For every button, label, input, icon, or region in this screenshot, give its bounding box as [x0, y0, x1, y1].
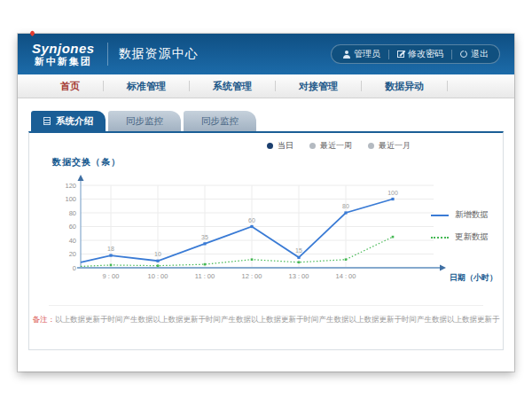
- svg-text:35: 35: [201, 234, 208, 240]
- toolbar-separator: [451, 50, 452, 59]
- nav-item-interface-mgmt[interactable]: 对接管理: [276, 81, 362, 91]
- legend-label: 新增数据: [455, 209, 489, 221]
- y-axis-title: 数据交换（条）: [52, 156, 121, 168]
- note-prefix: 备注：: [33, 315, 56, 324]
- svg-text:10: 10: [154, 251, 161, 257]
- note-divider: [49, 305, 483, 306]
- tab-label: 同步监控: [201, 115, 239, 128]
- radio-last-week[interactable]: 最近一周: [309, 140, 352, 152]
- svg-text:80: 80: [69, 209, 76, 217]
- svg-text:12 : 00: 12 : 00: [242, 272, 262, 280]
- svg-text:15: 15: [295, 247, 302, 254]
- app-title: 数据资源中心: [119, 46, 199, 62]
- svg-text:9 : 00: 9 : 00: [103, 272, 120, 280]
- svg-text:日期（小时）: 日期（小时）: [450, 273, 497, 282]
- svg-text:13 : 00: 13 : 00: [289, 272, 309, 280]
- radio-label: 最近一月: [379, 140, 411, 152]
- radio-dot-icon: [267, 143, 273, 149]
- tab-label: 系统介绍: [56, 115, 93, 128]
- svg-text:20: 20: [69, 250, 76, 258]
- legend-item-new-data[interactable]: 新增数据: [431, 209, 489, 221]
- logout-label: 退出: [471, 48, 489, 60]
- company-logo: Synjones 新中新集团: [32, 42, 95, 66]
- user-menu[interactable]: 管理员: [342, 48, 380, 60]
- svg-text:14 : 00: 14 : 00: [336, 272, 356, 280]
- nav-item-standard-mgmt[interactable]: 标准管理: [104, 81, 190, 91]
- app-header: Synjones 新中新集团 数据资源中心 管理员 修改密码 退出: [18, 34, 514, 74]
- svg-text:100: 100: [387, 190, 398, 196]
- blue-line-swatch-icon: [431, 215, 449, 216]
- radio-dot-icon: [368, 143, 374, 149]
- header-divider: [107, 43, 108, 66]
- chart-legend: 新增数据 更新数据: [431, 209, 489, 243]
- change-password-label: 修改密码: [408, 48, 443, 60]
- document-icon: [43, 117, 51, 125]
- app-window: Synjones 新中新集团 数据资源中心 管理员 修改密码 退出 首页 标准管…: [18, 34, 514, 372]
- nav-item-home[interactable]: 首页: [37, 81, 104, 91]
- logo-text-en: Synjones: [32, 42, 95, 56]
- svg-text:40: 40: [69, 237, 76, 245]
- svg-text:60: 60: [248, 217, 255, 223]
- radio-last-month[interactable]: 最近一月: [368, 140, 411, 152]
- radio-dot-icon: [309, 143, 316, 149]
- tab-system-intro[interactable]: 系统介绍: [31, 111, 106, 131]
- user-name: 管理员: [354, 48, 380, 60]
- time-range-filter: 当日 最近一周 最近一月: [267, 140, 411, 152]
- legend-label: 更新数据: [455, 231, 489, 243]
- tab-sync-monitor-2[interactable]: 同步监控: [184, 111, 256, 131]
- radio-label: 当日: [278, 140, 293, 152]
- user-toolbar: 管理员 修改密码 退出: [331, 44, 500, 64]
- toolbar-separator: [388, 50, 389, 59]
- svg-text:60: 60: [69, 223, 76, 231]
- power-icon: [460, 51, 467, 58]
- user-icon: [342, 51, 350, 59]
- edit-icon: [397, 51, 404, 58]
- footer-note: 备注：以上数据更新于时间产生数据以上数据更新于时间产生数据以上数据更新于时间产生…: [29, 315, 503, 325]
- tab-label: 同步监控: [126, 115, 163, 128]
- logout-button[interactable]: 退出: [460, 48, 489, 60]
- green-dotted-swatch-icon: [431, 237, 449, 239]
- chart-panel: 当日 最近一周 最近一月 数据交换（条） 0204060801001209 : …: [28, 131, 504, 350]
- svg-text:11 : 00: 11 : 00: [195, 272, 215, 280]
- page-content: 系统介绍 同步监控 同步监控 当日 最近一周: [18, 98, 514, 350]
- note-text: 以上数据更新于时间产生数据以上数据更新于时间产生数据以上数据更新于时间产生数据以…: [55, 315, 500, 324]
- svg-text:10 : 00: 10 : 00: [148, 272, 168, 280]
- svg-text:80: 80: [342, 203, 349, 209]
- svg-text:0: 0: [73, 264, 76, 272]
- tab-sync-monitor-1[interactable]: 同步监控: [108, 111, 181, 131]
- radio-today[interactable]: 当日: [267, 140, 293, 152]
- logo-flame-icon: [29, 30, 35, 36]
- tab-bar: 系统介绍 同步监控 同步监控: [31, 111, 504, 131]
- main-nav: 首页 标准管理 系统管理 对接管理 数据异动: [18, 74, 514, 98]
- nav-item-data-change[interactable]: 数据异动: [362, 81, 448, 91]
- change-password-button[interactable]: 修改密码: [397, 48, 443, 60]
- svg-text:120: 120: [65, 182, 76, 190]
- legend-item-updated-data[interactable]: 更新数据: [431, 231, 489, 243]
- radio-label: 最近一周: [320, 140, 352, 152]
- svg-text:18: 18: [107, 246, 114, 252]
- nav-item-system-mgmt[interactable]: 系统管理: [190, 81, 276, 91]
- logo-text-cn: 新中新集团: [32, 57, 95, 67]
- svg-text:100: 100: [65, 195, 76, 203]
